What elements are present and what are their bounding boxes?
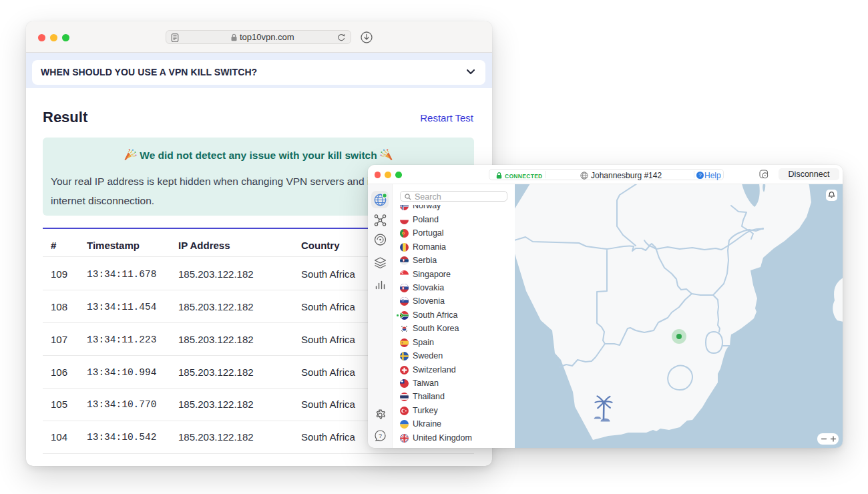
svg-text:?: ?: [698, 172, 702, 178]
svg-text:?: ?: [379, 433, 382, 439]
